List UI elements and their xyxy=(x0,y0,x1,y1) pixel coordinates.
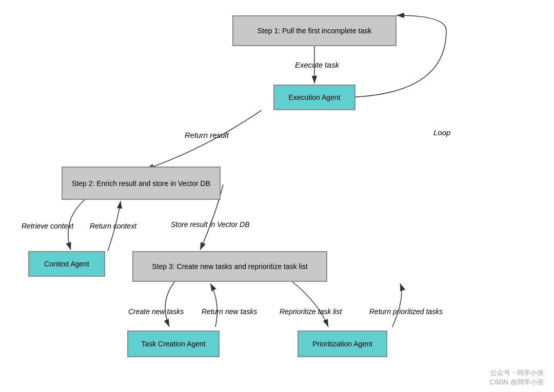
execution-agent-label: Execution Agent xyxy=(288,93,340,101)
diagram-container: Step 1: Pull the first incomplete task E… xyxy=(0,0,554,392)
step2-box: Step 2: Enrich result and store in Vecto… xyxy=(62,167,221,200)
watermark: 公众号・同学小张 CSDN @同学小张 xyxy=(489,368,544,387)
prioritization-agent-box: Prioritization Agent xyxy=(298,331,387,357)
store-result-label: Store result in Vector DB xyxy=(171,220,250,229)
loop-label: Loop xyxy=(433,128,450,137)
step1-box: Step 1: Pull the first incomplete task xyxy=(232,15,397,46)
task-creation-agent-label: Task Creation Agent xyxy=(141,340,205,348)
step3-box: Step 3: Create new tasks and reprioritiz… xyxy=(132,251,327,282)
step3-label: Step 3: Create new tasks and reprioritiz… xyxy=(152,262,307,271)
create-new-tasks-label: Create new tasks xyxy=(128,307,184,316)
context-agent-label: Context Agent xyxy=(44,260,89,268)
execute-task-label: Execute task xyxy=(295,60,339,69)
retrieve-context-label: Retrieve context xyxy=(22,222,73,230)
context-agent-box: Context Agent xyxy=(28,251,105,277)
return-prioritized-label: Return prioritized tasks xyxy=(369,307,443,316)
task-creation-agent-box: Task Creation Agent xyxy=(127,331,220,357)
return-context-label: Return context xyxy=(90,222,136,230)
step1-label: Step 1: Pull the first incomplete task xyxy=(258,27,372,35)
execution-agent-box: Execution Agent xyxy=(273,85,355,110)
return-new-tasks-label: Return new tasks xyxy=(202,307,257,316)
watermark-wechat: 公众号・同学小张 xyxy=(489,368,544,378)
reprioritize-label: Reprioritize task list xyxy=(280,307,342,316)
return-result-label: Return result xyxy=(185,131,229,139)
prioritization-agent-label: Prioritization Agent xyxy=(312,340,372,348)
step2-label: Step 2: Enrich result and store in Vecto… xyxy=(72,179,210,188)
watermark-csdn: CSDN @同学小张 xyxy=(489,378,544,387)
